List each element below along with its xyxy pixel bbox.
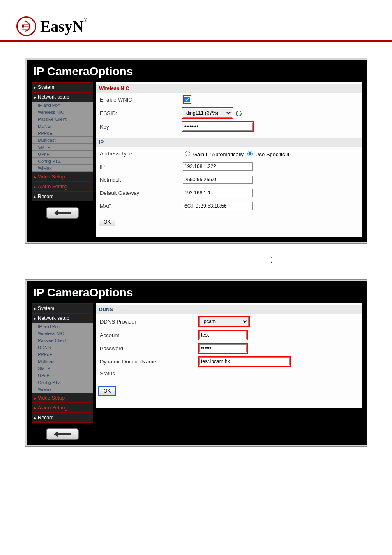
nav-network-setup[interactable]: Network setup — [32, 92, 93, 102]
sub-passive-client[interactable]: Passive Client — [32, 116, 93, 123]
sub2-multicast[interactable]: Multicast — [32, 358, 93, 365]
section-header-ddns: DDNS — [96, 305, 362, 314]
brand-name: EasyN — [40, 18, 84, 35]
panel-title: IP CameraOptions — [33, 65, 362, 78]
radio-gain-ip-text: Gain IP Automatically — [193, 151, 244, 157]
sub-ddns[interactable]: DDNS — [32, 123, 93, 130]
sub2-pppoe[interactable]: PPPoE — [32, 351, 93, 358]
page-header: EasyN® — [0, 0, 392, 42]
brand-text: EasyN® — [40, 17, 88, 35]
sub2-ddns[interactable]: DDNS — [32, 344, 93, 351]
sub2-upnp[interactable]: UPnP — [32, 372, 93, 379]
input-password[interactable] — [199, 344, 247, 352]
label-enable-wnic: Enable WNIC — [97, 94, 179, 106]
content-ddns: DDNS DDNS Provider ipcam — [96, 303, 362, 408]
sidebar: SystemNetwork setupIP and PortWireless N… — [32, 82, 93, 219]
label-status: Status — [97, 368, 195, 379]
label-address-type: Address Type — [97, 148, 179, 160]
panel-wireless-nic: IP CameraOptions SystemNetwork setupIP a… — [25, 58, 367, 244]
label-netmask: Netmask — [97, 173, 179, 186]
checkbox-enable-wnic[interactable] — [184, 97, 190, 102]
panel-ddns: IP CameraOptions SystemNetwork setupIP a… — [25, 279, 367, 447]
sub-smtp[interactable]: SMTP — [32, 144, 93, 151]
select-essid[interactable]: ding111 (37%) — [183, 109, 232, 118]
nav2-alarm-setting[interactable]: Alarm Setting — [32, 403, 93, 413]
input-netmask[interactable] — [183, 176, 253, 184]
stray-text: ) — [0, 252, 392, 279]
label-password: Password — [97, 342, 195, 354]
input-account[interactable] — [199, 331, 247, 339]
sub-upnp[interactable]: UPnP — [32, 151, 93, 158]
section-header-ip: IP — [96, 138, 362, 147]
nav2-video-setup[interactable]: Video Setup — [32, 393, 93, 403]
nav-video-setup[interactable]: Video Setup — [32, 172, 93, 182]
sub2-passive-client[interactable]: Passive Client — [32, 337, 93, 344]
label-key: Key — [97, 120, 179, 133]
refresh-icon[interactable] — [235, 110, 242, 117]
label-essid: ESSID: — [97, 106, 179, 120]
ok-button-2[interactable]: OK — [99, 387, 115, 395]
nav-record[interactable]: Record — [32, 192, 93, 201]
sub2-wimax[interactable]: WiMax — [32, 386, 93, 393]
select-ddns-provider[interactable]: ipcam — [199, 317, 249, 326]
radio-specific-ip-label[interactable]: Use Specific IP — [245, 151, 292, 157]
sub2-wireless-nic[interactable]: Wireless NIC — [32, 330, 93, 337]
sub2-smtp[interactable]: SMTP — [32, 365, 93, 372]
brand-reg: ® — [84, 17, 88, 23]
nav-alarm-setting[interactable]: Alarm Setting — [32, 182, 93, 192]
input-domain[interactable] — [199, 357, 290, 365]
label-gateway: Default Gateway — [97, 187, 179, 199]
sub-wireless-nic[interactable]: Wireless NIC — [32, 109, 93, 116]
input-gateway[interactable] — [183, 189, 253, 197]
sub-multicast[interactable]: Multicast — [32, 137, 93, 144]
nav2-system[interactable]: System — [32, 303, 93, 313]
label-account: Account — [97, 329, 195, 341]
radio-specific-ip[interactable] — [247, 151, 253, 156]
content-wireless: Wireless NIC Enable WNIC ESSID: — [96, 82, 362, 237]
input-ip[interactable] — [183, 162, 253, 171]
label-ip: IP — [97, 160, 179, 173]
sidebar-2: SystemNetwork setupIP and PortWireless N… — [32, 303, 93, 440]
sub2-config-ptz[interactable]: Config PTZ — [32, 379, 93, 386]
back-button[interactable] — [46, 207, 79, 219]
label-ddns-provider: DDNS Provider — [97, 315, 195, 328]
brand-logo: EasyN® — [16, 16, 376, 36]
nav-system[interactable]: System — [32, 82, 93, 92]
radio-gain-ip[interactable] — [185, 151, 190, 156]
input-key[interactable] — [183, 123, 253, 131]
brand-icon — [16, 16, 36, 36]
nav2-record[interactable]: Record — [32, 413, 93, 423]
back-button[interactable] — [46, 428, 79, 440]
label-domain: Dynamic Domain Name — [97, 355, 195, 368]
input-mac[interactable] — [183, 202, 253, 210]
sub-pppoe[interactable]: PPPoE — [32, 130, 93, 137]
nav2-network-setup[interactable]: Network setup — [32, 313, 93, 323]
sub2-ip-and-port[interactable]: IP and Port — [32, 323, 93, 330]
sub-config-ptz[interactable]: Config PTZ — [32, 158, 93, 165]
radio-specific-ip-text: Use Specific IP — [255, 151, 291, 157]
section-header-wireless: Wireless NIC — [96, 84, 362, 93]
label-mac: MAC — [97, 200, 179, 212]
sub-wimax[interactable]: WiMax — [32, 165, 93, 172]
ok-button[interactable]: OK — [99, 218, 115, 226]
panel-title-2: IP CameraOptions — [33, 286, 362, 299]
sub-ip-and-port[interactable]: IP and Port — [32, 102, 93, 109]
radio-gain-ip-label[interactable]: Gain IP Automatically — [183, 151, 244, 157]
